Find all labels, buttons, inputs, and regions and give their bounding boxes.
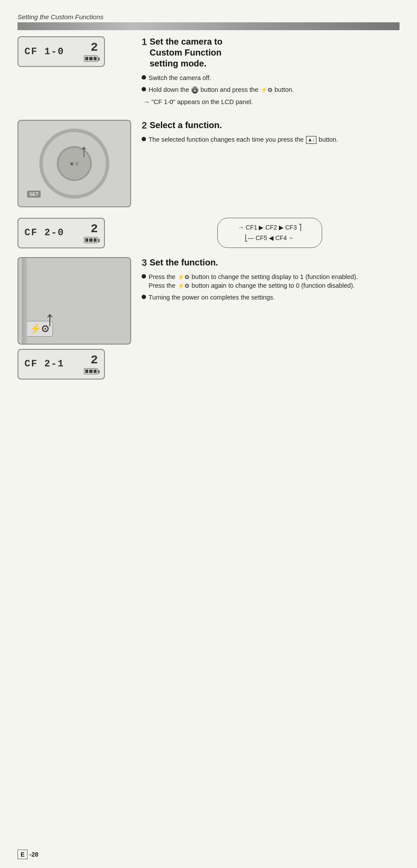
bullet-text: Hold down the ⏻ button and press the ⚡⊙ … bbox=[149, 85, 294, 94]
lcd-text-3: CF 2-1 bbox=[24, 359, 64, 370]
bullet-text: Press the ⚡⊙ button to change the settin… bbox=[149, 272, 358, 290]
page-container: Setting the Custom Functions CF 1-0 2 bbox=[0, 0, 417, 416]
bullet-dot bbox=[142, 295, 146, 299]
step-2-bullets: The selected function changes each time … bbox=[142, 135, 400, 144]
bullet-text: Turning the power on completes the setti… bbox=[149, 293, 275, 302]
step-2-lcd-container: CF 2-0 2 bbox=[17, 218, 131, 248]
step-2-image: ▣ ⊡ ↑ SET bbox=[17, 120, 131, 207]
footer-box-letter: E bbox=[21, 851, 24, 858]
step-1-title: Set the camera toCustom Functionsetting … bbox=[149, 36, 222, 69]
step-2-number: 2 bbox=[142, 121, 147, 130]
dial-circle: ▣ ⊡ ↑ bbox=[39, 129, 109, 199]
bullet-1-1: Switch the camera off. bbox=[142, 73, 400, 82]
lcd-text-1: CF 1-0 bbox=[24, 46, 64, 57]
bat-bar-3b bbox=[89, 370, 92, 373]
cf-cycle-text: → CF1 ▶ CF2 ▶ CF3 ⎤ bbox=[238, 224, 302, 231]
bracket-icon: ▲↓ bbox=[306, 136, 316, 143]
step-1-image: CF 1-0 2 bbox=[17, 36, 131, 67]
page-header: Setting the Custom Functions bbox=[17, 13, 400, 30]
cf-cycle-container: → CF1 ▶ CF2 ▶ CF3 ⎤ ⎣— CF5 ◀ CF4 ← bbox=[140, 218, 400, 248]
bullet-dot bbox=[142, 137, 146, 141]
power-icon: ⏻ bbox=[191, 87, 198, 94]
lcd-right-2: 2 bbox=[84, 223, 98, 243]
step-1-number: 1 bbox=[142, 37, 147, 47]
step-2-row: ▣ ⊡ ↑ SET 2 Select a function. The selec… bbox=[17, 120, 400, 207]
bullet-text: Switch the camera off. bbox=[149, 73, 211, 82]
set-label: SET bbox=[27, 191, 41, 198]
flash-eye-icon: ⚡⊙ bbox=[261, 86, 272, 94]
page-title: Setting the Custom Functions bbox=[17, 13, 400, 21]
bat-bar-1b bbox=[89, 57, 92, 60]
lcd-num-2: 2 bbox=[90, 223, 98, 235]
camera-side-line bbox=[22, 258, 27, 344]
lcd-right-3: 2 bbox=[84, 354, 98, 374]
step-3-heading: 3 Set the function. bbox=[142, 257, 400, 268]
step-2-title: Select a function. bbox=[149, 120, 222, 131]
bat-bar-1c bbox=[94, 57, 97, 60]
cf-appears-text: "CF 1-0" appears on the LCD panel. bbox=[143, 98, 400, 106]
step-2-heading: 2 Select a function. bbox=[142, 120, 400, 131]
step-3-row: ⚡⊙ ↑ CF 2-1 2 3 Set the fun bbox=[17, 257, 400, 380]
lcd-text-2: CF 2-0 bbox=[24, 227, 64, 238]
bullet-dot bbox=[142, 274, 146, 279]
header-bar bbox=[17, 22, 400, 30]
dial-icons: ▣ ⊡ bbox=[70, 161, 79, 166]
bat-bar-2a bbox=[85, 238, 88, 242]
bullet-1-2: Hold down the ⏻ button and press the ⚡⊙ … bbox=[142, 85, 400, 94]
lcd-battery-1 bbox=[84, 56, 98, 62]
bat-bar-3c bbox=[94, 370, 97, 373]
bullet-text: The selected function changes each time … bbox=[149, 135, 338, 144]
cf-cycle-box: → CF1 ▶ CF2 ▶ CF3 ⎤ ⎣— CF5 ◀ CF4 ← bbox=[217, 218, 322, 248]
step-1-heading: 1 Set the camera toCustom Functionsettin… bbox=[142, 36, 400, 69]
lcd-num-3: 2 bbox=[90, 354, 98, 366]
footer-box: E bbox=[17, 850, 28, 859]
page-footer: E -28 bbox=[17, 850, 38, 859]
bullet-dot bbox=[142, 87, 146, 91]
camera-dial: ▣ ⊡ ↑ SET bbox=[17, 120, 131, 207]
flash-eye-icon-2: ⚡⊙ bbox=[177, 273, 189, 281]
bat-bar-2b bbox=[89, 238, 92, 242]
bullet-dot bbox=[142, 75, 146, 80]
bullet-2-1: The selected function changes each time … bbox=[142, 135, 400, 144]
step-2-content: 2 Select a function. The selected functi… bbox=[142, 120, 400, 147]
bat-bar-1a bbox=[85, 57, 88, 60]
camera-body-img: ⚡⊙ ↑ bbox=[17, 257, 131, 345]
lcd-display-3: CF 2-1 2 bbox=[17, 349, 105, 380]
step-1-row: CF 1-0 2 1 Set the camera toCustom Funct… bbox=[17, 36, 400, 109]
step-3-title: Set the function. bbox=[149, 257, 218, 268]
step-3-bullets: Press the ⚡⊙ button to change the settin… bbox=[142, 272, 400, 302]
flash-eye-icon-3: ⚡⊙ bbox=[177, 282, 189, 290]
step-2-cf-row: CF 2-0 2 → CF1 ▶ CF2 ▶ CF3 ⎤ ⎣— CF5 ◀ CF… bbox=[17, 218, 400, 248]
lcd-right-1: 2 bbox=[84, 42, 98, 62]
lcd-display-1: CF 1-0 2 bbox=[17, 36, 105, 67]
lcd-display-2: CF 2-0 2 bbox=[17, 218, 105, 248]
step-3-images: ⚡⊙ ↑ CF 2-1 2 bbox=[17, 257, 131, 380]
bullet-3-2: Turning the power on completes the setti… bbox=[142, 293, 400, 302]
dial-arrow: ↑ bbox=[80, 141, 88, 160]
lcd-num-1: 2 bbox=[90, 42, 98, 54]
bullet-3-1: Press the ⚡⊙ button to change the settin… bbox=[142, 272, 400, 290]
cf-cycle-text2: ⎣— CF5 ◀ CF4 ← bbox=[245, 234, 295, 241]
lcd-battery-2 bbox=[84, 237, 98, 243]
up-arrow-icon: ↑ bbox=[45, 307, 55, 331]
step-3-number: 3 bbox=[142, 258, 147, 268]
lcd-battery-3 bbox=[84, 368, 98, 374]
footer-page-num: -28 bbox=[29, 851, 38, 858]
bat-bar-3a bbox=[85, 370, 88, 373]
step-3-content: 3 Set the function. Press the ⚡⊙ button … bbox=[142, 257, 400, 305]
step-1-bullets: Switch the camera off. Hold down the ⏻ b… bbox=[142, 73, 400, 94]
bat-bar-2c bbox=[94, 238, 97, 242]
step-1-content: 1 Set the camera toCustom Functionsettin… bbox=[142, 36, 400, 109]
